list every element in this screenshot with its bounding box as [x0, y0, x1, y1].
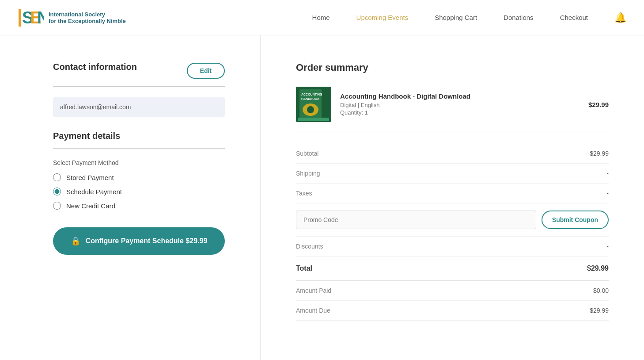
taxes-row: Taxes -: [296, 184, 609, 203]
radio-stored-payment[interactable]: Stored Payment: [53, 173, 225, 181]
radio-schedule-payment-input[interactable]: [53, 188, 61, 195]
logo: S E N International Society for the Exce…: [18, 7, 126, 29]
edit-button[interactable]: Edit: [187, 63, 225, 79]
product-row: ACCOUNTING HANDBOOK Accounting Handbook …: [296, 87, 609, 133]
configure-payment-button[interactable]: 🔒 Configure Payment Schedule $29.99: [53, 227, 225, 255]
logo-text: International Society for the Exceptiona…: [49, 11, 126, 24]
lock-icon: 🔒: [71, 236, 80, 246]
contact-header: Contact information Edit: [53, 62, 225, 79]
promo-code-input[interactable]: [296, 211, 536, 229]
nav-home[interactable]: Home: [312, 14, 330, 21]
product-image-svg: ACCOUNTING HANDBOOK: [296, 87, 331, 122]
nav-upcoming-events[interactable]: Upcoming Events: [356, 14, 409, 21]
radio-new-credit-card-label: New Credit Card: [66, 202, 115, 210]
total-value: $29.99: [587, 264, 609, 272]
discounts-value: -: [606, 243, 609, 250]
promo-row: Submit Coupon: [296, 203, 609, 237]
amount-due-row: Amount Due $29.99: [296, 301, 609, 321]
radio-stored-payment-label: Stored Payment: [66, 174, 114, 181]
product-meta-format: Digital | English: [340, 102, 580, 108]
shipping-label: Shipping: [296, 170, 320, 177]
submit-coupon-button[interactable]: Submit Coupon: [542, 211, 609, 229]
payment-divider: [53, 148, 225, 149]
taxes-value: -: [606, 190, 609, 197]
payment-title: Payment details: [53, 131, 225, 141]
svg-text:N: N: [37, 8, 44, 27]
shipping-row: Shipping -: [296, 164, 609, 184]
radio-schedule-payment-label: Schedule Payment: [66, 188, 122, 195]
payment-section: Payment details Select Payment Method St…: [53, 131, 225, 210]
product-name: Accounting Handbook - Digital Download: [340, 92, 580, 100]
taxes-label: Taxes: [296, 190, 312, 197]
subtotal-label: Subtotal: [296, 150, 318, 157]
svg-rect-1: [19, 9, 21, 27]
contact-divider: [53, 86, 225, 87]
right-panel: Order summary ACCOUNTING HANDBOOK Accoun…: [261, 35, 644, 360]
radio-new-credit-card[interactable]: New Credit Card: [53, 202, 225, 210]
nav-links: Home Upcoming Events Shopping Cart Donat…: [312, 14, 588, 21]
nav-checkout[interactable]: Checkout: [560, 14, 588, 21]
navbar: S E N International Society for the Exce…: [0, 0, 644, 35]
discounts-label: Discounts: [296, 243, 323, 250]
contact-title: Contact information: [53, 62, 137, 72]
product-meta-quantity: Quantity: 1: [340, 109, 580, 116]
configure-payment-label: Configure Payment Schedule $29.99: [86, 237, 208, 245]
notification-bell-icon[interactable]: 🔔: [614, 12, 626, 23]
svg-rect-11: [298, 118, 329, 121]
nav-shopping-cart[interactable]: Shopping Cart: [435, 14, 477, 21]
logo-icon: S E N: [18, 7, 44, 29]
svg-text:HANDBOOK: HANDBOOK: [301, 97, 319, 100]
select-payment-label: Select Payment Method: [53, 159, 225, 166]
subtotal-row: Subtotal $29.99: [296, 144, 609, 164]
discounts-row: Discounts -: [296, 237, 609, 257]
radio-new-credit-card-input[interactable]: [53, 202, 61, 210]
svg-text:ACCOUNTING: ACCOUNTING: [301, 93, 322, 96]
order-summary-title: Order summary: [296, 62, 609, 73]
main-container: Contact information Edit alfred.lawson@e…: [0, 35, 644, 360]
total-row: Total $29.99: [296, 257, 609, 281]
amount-paid-value: $0.00: [593, 287, 609, 294]
total-label: Total: [296, 264, 312, 272]
left-panel: Contact information Edit alfred.lawson@e…: [0, 35, 261, 360]
amount-due-value: $29.99: [590, 307, 609, 314]
nav-donations[interactable]: Donations: [504, 14, 534, 21]
product-info: Accounting Handbook - Digital Download D…: [340, 92, 580, 117]
shipping-value: -: [606, 170, 609, 177]
radio-stored-payment-input[interactable]: [53, 173, 61, 181]
email-field: alfred.lawson@email.com: [53, 97, 225, 117]
product-price: $29.99: [588, 101, 609, 108]
radio-schedule-payment[interactable]: Schedule Payment: [53, 188, 225, 195]
svg-point-10: [307, 106, 314, 113]
amount-paid-row: Amount Paid $0.00: [296, 281, 609, 301]
amount-paid-label: Amount Paid: [296, 287, 331, 294]
amount-due-label: Amount Due: [296, 307, 330, 314]
subtotal-value: $29.99: [590, 150, 609, 157]
product-image: ACCOUNTING HANDBOOK: [296, 87, 331, 122]
